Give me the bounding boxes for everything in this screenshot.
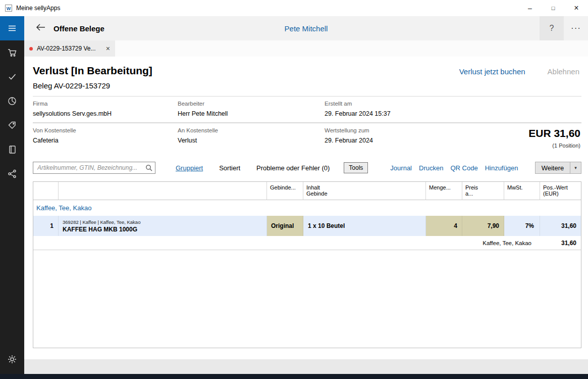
- qr-code-link[interactable]: QR Code: [450, 164, 477, 172]
- header-article: [59, 182, 267, 200]
- field-value: Herr Pete Mitchell: [178, 110, 325, 117]
- titlebar: W Meine sellyApps – □ ×: [0, 0, 588, 16]
- sidebar-item-cart[interactable]: [0, 40, 24, 65]
- field-value: 29. Februar 2024 15:37: [325, 110, 391, 117]
- search-wrap: [33, 162, 155, 174]
- sidebar-item-share[interactable]: [0, 162, 24, 186]
- tools-button[interactable]: Tools: [344, 162, 368, 173]
- table-header-row: Gebinde... Inhalt Gebinde Menge... Preis…: [33, 182, 581, 200]
- table-row[interactable]: 1 369282 | Kaffee | Kaffee, Tee, Kakao K…: [33, 216, 581, 236]
- document-title-row: Verlust [In Bearbeitung] Verlust jetzt b…: [33, 65, 581, 77]
- header-gebinde[interactable]: Gebinde...: [267, 182, 303, 200]
- sidebar-item-journal[interactable]: [0, 137, 24, 162]
- tab-label: AV-0229-153729 Ve...: [37, 45, 102, 52]
- header-mwst[interactable]: MwSt.: [504, 182, 540, 200]
- mwst-cell: 7%: [504, 216, 540, 236]
- field-an-kostenstelle: An Kostenstelle Verlust: [178, 127, 325, 149]
- inhalt-cell: 1 x 10 Beutel: [303, 216, 426, 236]
- field-label: Bearbeiter: [178, 101, 325, 107]
- gear-icon: [7, 354, 17, 364]
- journal-link[interactable]: Journal: [390, 164, 412, 172]
- minimize-button[interactable]: –: [518, 0, 542, 16]
- window-controls: – □ ×: [518, 0, 588, 16]
- problems-filter[interactable]: Probleme oder Fehler (0): [256, 164, 330, 172]
- header-actions: ? ···: [540, 16, 588, 40]
- field-value: 29. Februar 2024: [325, 137, 373, 144]
- fields-row-2: Von Kostenstelle Cafeteria An Kostenstel…: [33, 123, 581, 154]
- menu-button[interactable]: [0, 16, 24, 40]
- article-cell: 369282 | Kaffee | Kaffee, Tee, Kakao KAF…: [59, 216, 267, 236]
- header-preis[interactable]: Preis a...: [462, 182, 504, 200]
- field-label: Firma: [33, 101, 178, 107]
- sidebar-item-tasks[interactable]: [0, 65, 24, 89]
- unsaved-dot-icon: [29, 47, 33, 51]
- check-icon: [7, 72, 17, 82]
- sidebar: [0, 16, 24, 374]
- bottom-strip: [24, 359, 588, 374]
- document-title: Verlust [In Bearbeitung]: [33, 65, 152, 77]
- more-dropdown-label: Weitere: [536, 162, 570, 173]
- help-button[interactable]: ?: [540, 16, 564, 40]
- back-arrow-icon: [35, 23, 45, 33]
- document-actions: Verlust jetzt buchen Ablehnen: [459, 67, 581, 76]
- main-row: Offene Belege Pete Mitchell ? ··· AV-022…: [0, 16, 588, 374]
- positions-table: Gebinde... Inhalt Gebinde Menge... Preis…: [33, 181, 581, 348]
- hamburger-icon: [7, 23, 17, 33]
- menge-cell[interactable]: 4: [426, 216, 462, 236]
- gebinde-cell[interactable]: Original: [267, 216, 303, 236]
- header-inhalt[interactable]: Inhalt Gebinde: [303, 182, 426, 200]
- content: Offene Belege Pete Mitchell ? ··· AV-022…: [24, 16, 588, 374]
- back-button[interactable]: [35, 23, 45, 33]
- app-window: W Meine sellyApps – □ ×: [0, 0, 588, 379]
- sidebar-item-reports[interactable]: [0, 89, 24, 113]
- tab-document[interactable]: AV-0229-153729 Ve... ×: [24, 40, 115, 57]
- book-loss-button[interactable]: Verlust jetzt buchen: [459, 67, 525, 76]
- add-link[interactable]: Hinzufügen: [485, 164, 518, 172]
- maximize-button[interactable]: □: [542, 0, 565, 16]
- share-icon: [7, 169, 17, 179]
- sidebar-item-labels[interactable]: [0, 113, 24, 137]
- article-name: KAFFEE HAG MKB 1000G: [63, 226, 137, 233]
- more-options-button[interactable]: ···: [564, 16, 588, 40]
- book-icon: [7, 145, 17, 155]
- field-label: An Kostenstelle: [178, 127, 325, 133]
- preis-cell[interactable]: 7,90: [462, 216, 504, 236]
- field-value: Cafeteria: [33, 137, 178, 144]
- header-wert[interactable]: Pos.-Wert (EUR): [540, 182, 581, 200]
- wert-cell: 31,60: [540, 216, 581, 236]
- field-value: Verlust: [178, 137, 325, 144]
- sorted-toggle[interactable]: Sortiert: [219, 164, 240, 172]
- summary-value: 31,60: [540, 236, 581, 250]
- document-area: Verlust [In Bearbeitung] Verlust jetzt b…: [24, 57, 588, 359]
- document-number: Beleg AV-0229-153729: [33, 81, 581, 90]
- group-header: Kaffee, Tee, Kakao: [33, 200, 581, 216]
- total-positions: (1 Position): [528, 143, 580, 149]
- field-value: sellysolutions Serv.ges.mbH: [33, 110, 178, 117]
- search-icon: [145, 164, 153, 174]
- row-number: 1: [33, 216, 59, 236]
- search-input[interactable]: [33, 162, 155, 174]
- tab-close-icon[interactable]: ×: [106, 44, 110, 53]
- fields-row-1: Firma sellysolutions Serv.ges.mbH Bearbe…: [33, 96, 581, 123]
- page-title: Offene Belege: [54, 24, 104, 33]
- total-block: EUR 31,60 (1 Position): [528, 127, 580, 149]
- field-firma: Firma sellysolutions Serv.ges.mbH: [33, 101, 178, 117]
- sidebar-item-settings[interactable]: [0, 347, 24, 371]
- field-von-kostenstelle: Von Kostenstelle Cafeteria: [33, 127, 178, 149]
- chevron-down-icon: ▾: [570, 162, 581, 173]
- tag-icon: [7, 120, 17, 130]
- svg-text:W: W: [7, 6, 11, 11]
- field-label: Wertstellung zum: [325, 127, 373, 133]
- grouped-toggle[interactable]: Gruppiert: [176, 164, 203, 172]
- close-button[interactable]: ×: [565, 0, 588, 16]
- pie-chart-icon: [7, 96, 17, 106]
- reject-button[interactable]: Ablehnen: [548, 67, 579, 76]
- more-dropdown-button[interactable]: Weitere ▾: [535, 162, 581, 174]
- field-label: Erstellt am: [325, 101, 391, 107]
- window-title: Meine sellyApps: [16, 5, 60, 12]
- header-menge[interactable]: Menge...: [426, 182, 462, 200]
- print-link[interactable]: Drucken: [419, 164, 443, 172]
- field-label: Von Kostenstelle: [33, 127, 178, 133]
- current-user-link[interactable]: Pete Mitchell: [285, 24, 328, 33]
- field-erstellt-am: Erstellt am 29. Februar 2024 15:37: [325, 101, 391, 117]
